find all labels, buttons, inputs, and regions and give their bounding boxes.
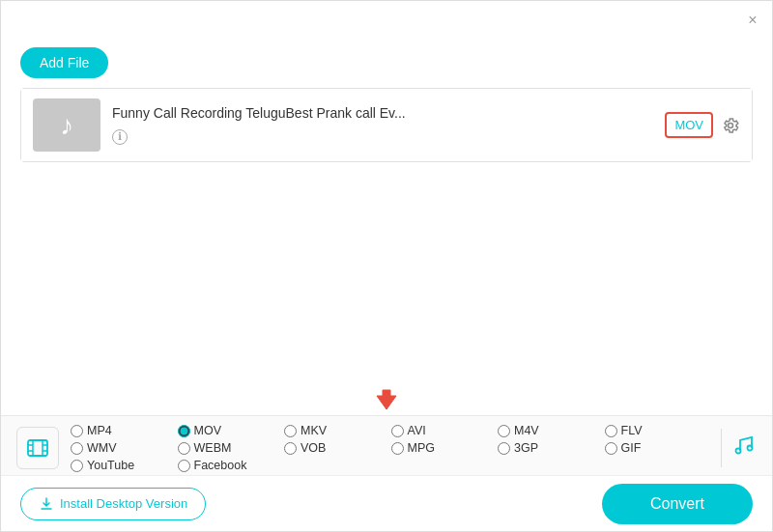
format-option-mp4[interactable]: MP4: [71, 424, 178, 437]
svg-point-8: [736, 449, 741, 454]
format-option-wmv[interactable]: WMV: [71, 441, 178, 455]
format-badge[interactable]: MOV: [674, 118, 703, 132]
gear-icon: [721, 116, 740, 135]
convert-button[interactable]: Convert: [602, 484, 753, 524]
format-option-avi[interactable]: AVI: [391, 424, 499, 437]
format-option-webm[interactable]: WEBM: [178, 441, 285, 455]
format-option-mkv[interactable]: MKV: [284, 424, 391, 437]
download-icon: [39, 496, 54, 512]
file-thumbnail: ♪: [33, 98, 100, 152]
install-button[interactable]: Install Desktop Version: [20, 488, 206, 520]
music-format-icon[interactable]: [731, 433, 757, 463]
film-icon: [26, 436, 49, 460]
settings-button[interactable]: [721, 116, 740, 135]
format-option-facebook[interactable]: Facebook: [178, 459, 285, 472]
middle-area: [1, 162, 772, 375]
close-button[interactable]: ×: [745, 13, 760, 28]
svg-marker-0: [377, 390, 396, 409]
svg-rect-1: [28, 440, 47, 456]
music-icon: ♪: [60, 110, 73, 141]
down-arrow-icon: [371, 384, 402, 415]
format-option-3gp[interactable]: 3GP: [498, 441, 605, 455]
video-format-icon[interactable]: [16, 427, 59, 469]
format-option-vob[interactable]: VOB: [284, 441, 391, 455]
format-option-flv[interactable]: FLV: [605, 424, 712, 437]
add-file-button[interactable]: Add File: [20, 47, 108, 78]
svg-point-9: [748, 446, 753, 451]
title-bar: ×: [1, 1, 772, 40]
format-badge-wrapper: MOV: [665, 112, 713, 138]
divider: [721, 429, 722, 467]
toolbar: Add File: [1, 40, 772, 88]
file-item: ♪ Funny Call Recording TeluguBest Prank …: [21, 89, 752, 161]
format-option-m4v[interactable]: M4V: [498, 424, 605, 437]
file-actions: MOV: [665, 112, 740, 138]
format-option-gif[interactable]: GIF: [605, 441, 712, 455]
format-option-mov[interactable]: MOV: [178, 424, 285, 437]
bottom-bar: Install Desktop Version Convert: [1, 475, 772, 531]
format-options: MP4 MOV MKV AVI M4V FLV WMV WEBM VOB MPG: [71, 424, 711, 472]
format-bar: MP4 MOV MKV AVI M4V FLV WMV WEBM VOB MPG: [1, 415, 772, 481]
arrow-area: [1, 375, 772, 415]
info-icon[interactable]: ℹ: [112, 129, 128, 145]
file-list: ♪ Funny Call Recording TeluguBest Prank …: [20, 88, 753, 162]
music-note-icon: [731, 433, 757, 458]
format-option-youtube[interactable]: YouTube: [71, 459, 178, 472]
install-label: Install Desktop Version: [60, 496, 187, 511]
file-info: Funny Call Recording TeluguBest Prank ca…: [100, 105, 665, 145]
format-option-mpg[interactable]: MPG: [391, 441, 499, 455]
file-name: Funny Call Recording TeluguBest Prank ca…: [112, 105, 653, 121]
